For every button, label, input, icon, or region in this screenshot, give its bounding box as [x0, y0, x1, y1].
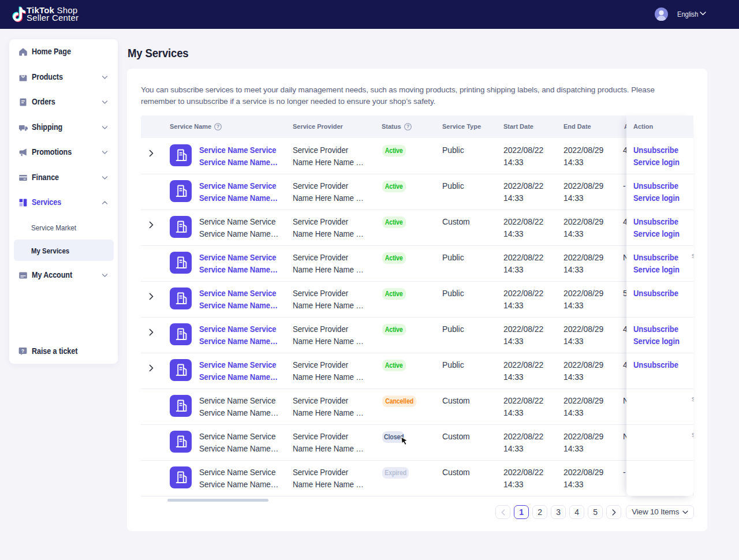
svg-text:?: ?	[21, 348, 24, 354]
svg-text:?: ?	[406, 124, 409, 129]
svg-text:?: ?	[217, 124, 219, 129]
